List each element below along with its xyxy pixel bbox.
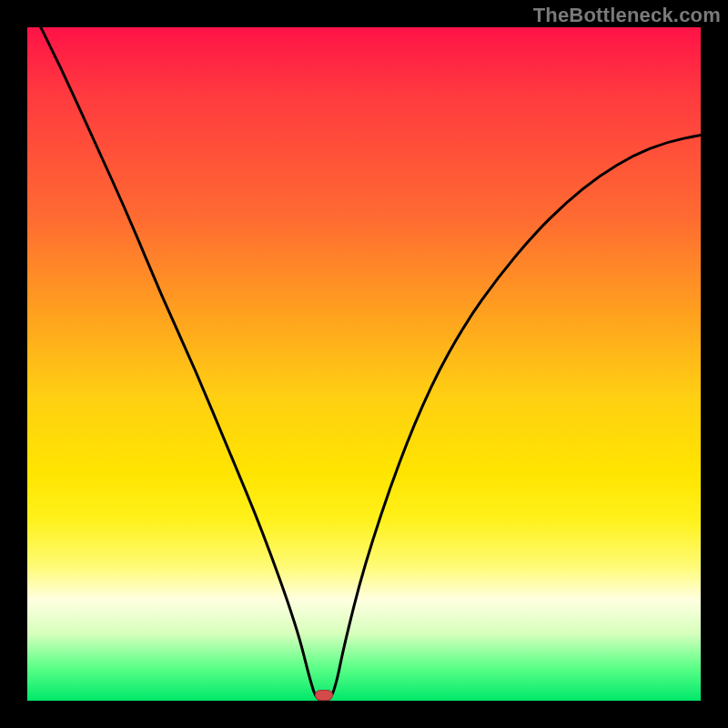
gradient-background (27, 27, 701, 701)
watermark-text: TheBottleneck.com (533, 4, 721, 27)
plot-area (27, 27, 701, 701)
optimum-marker (315, 690, 333, 701)
stage: TheBottleneck.com (0, 0, 728, 728)
